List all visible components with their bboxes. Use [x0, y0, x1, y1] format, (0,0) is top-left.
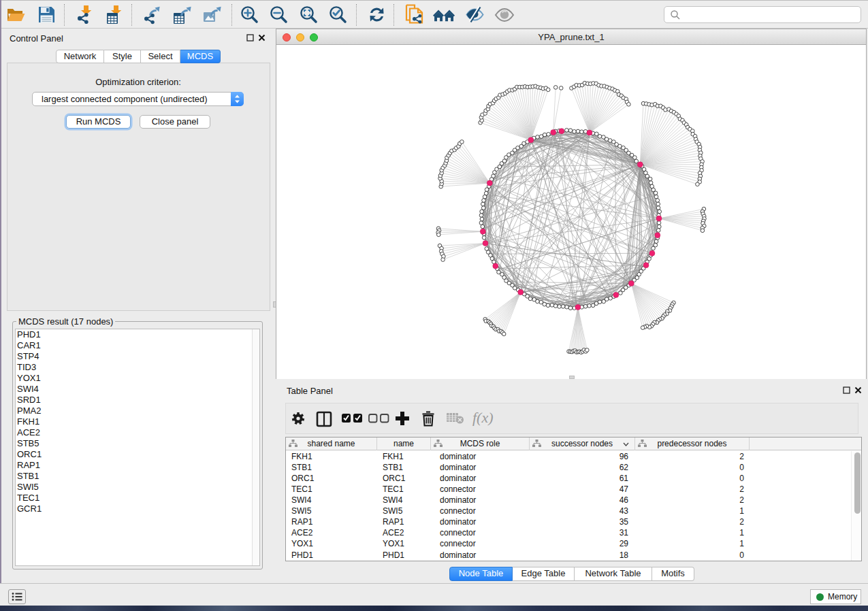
- svg-text:f(x): f(x): [472, 409, 494, 426]
